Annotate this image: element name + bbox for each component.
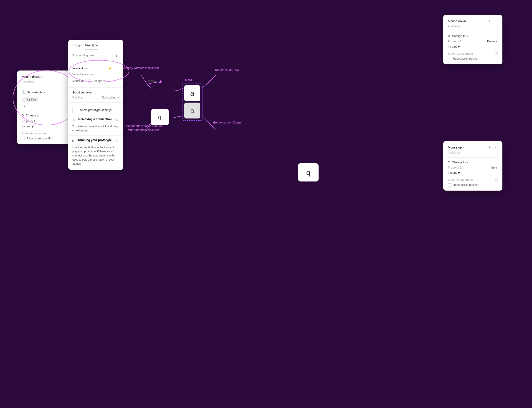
interaction-remove-button[interactable]: − <box>117 79 119 83</box>
right-bottom-add-button[interactable]: + <box>487 145 492 150</box>
interaction-row: Mouse do... ○ Change to... − <box>72 78 119 84</box>
variable-chip[interactable]: T lastKey <box>22 97 38 102</box>
left-panel-title: Mouse down <box>22 75 40 79</box>
right-bottom-add-delay[interactable]: Add delay <box>448 151 498 154</box>
mobile-component-label: ✦ mobil... <box>182 78 203 82</box>
interaction-left: Mouse do... ○ Change to... <box>72 79 107 83</box>
right-bottom-change-to-header: ⟳ Change to ∨ <box>448 160 498 164</box>
removing-connection-close-button[interactable]: × <box>115 118 119 122</box>
right-bottom-info-icon[interactable]: ⓘ <box>495 178 498 182</box>
btn-variant-down-text: Button variant "Down" <box>213 121 242 124</box>
right-top-info-icon[interactable]: ⓘ <box>495 51 498 55</box>
right-top-instant-row: Instant ∨ <box>448 44 498 49</box>
left-panel-chevron-icon: ∨ <box>41 76 43 78</box>
interactions-actions: ⚡ + <box>107 66 119 71</box>
right-bottom-state-management-label: State management <box>448 178 473 181</box>
scroll-behavior-section: Scroll behavior Overflow No scrolling ∨ <box>68 88 123 102</box>
reset-scroll-checkbox[interactable] <box>22 137 25 140</box>
right-bottom-close-button[interactable]: × <box>493 145 498 150</box>
interactions-lightning-button[interactable]: ⚡ <box>107 66 113 71</box>
running-prototype-header: ▷ Running your prototype × <box>72 138 119 143</box>
variant-interactions-label: Variant interactions <box>72 73 119 76</box>
right-bottom-change-to-section: ⟳ Change to ∨ Property 1 Up ∨ Instant ∨ … <box>448 160 498 187</box>
right-top-state-management-row: State management ⓘ <box>448 51 498 55</box>
right-bottom-property-value-dropdown[interactable]: Up ∨ <box>491 166 498 169</box>
show-prototype-settings-button[interactable]: Show prototype settings <box>72 106 119 114</box>
interactions-add-button[interactable]: + <box>115 66 119 70</box>
right-top-header-left: Mouse down ∨ <box>448 19 469 23</box>
right-top-property-value-dropdown[interactable]: Down ∨ <box>487 40 498 43</box>
right-top-instant-chevron: ∨ <box>458 44 460 49</box>
mobile-button-up: a <box>184 85 200 101</box>
right-top-panel-title: Mouse down <box>448 19 466 23</box>
right-top-change-to-chevron: ∨ <box>467 35 469 37</box>
right-top-add-delay[interactable]: Add delay <box>448 25 498 28</box>
change-to-text: Change to <box>26 114 39 117</box>
right-bottom-change-to-label: ⟳ Change to ∨ <box>448 160 469 164</box>
flow-starting-point-section: Flow starting point + <box>68 50 123 62</box>
removing-connection-body: To delete a connection, click and drag o… <box>72 124 119 133</box>
tab-design[interactable]: Design <box>72 43 81 50</box>
no-scrolling-chevron: ∨ <box>117 96 119 99</box>
component-variable-text: Component variable with key letter manua… <box>124 124 163 132</box>
tab-prototype[interactable]: Prototype <box>85 43 98 50</box>
interaction-action: Change to... <box>93 79 107 83</box>
right-top-property-name: Property 1 <box>448 40 462 43</box>
interaction-trigger: Mouse do... <box>72 79 87 83</box>
btn-up-value: a <box>190 89 194 98</box>
right-bottom-change-to-text: Change to <box>452 161 465 164</box>
right-top-add-button[interactable]: + <box>487 19 492 23</box>
overflow-label: Overflow <box>72 96 83 99</box>
right-top-reset-scroll-checkbox[interactable] <box>448 57 451 60</box>
mobile-inner-container: a a <box>182 83 203 121</box>
right-top-change-to-label: ⟳ Change to ∨ <box>448 34 469 38</box>
refresh-icon: ⟳ <box>22 113 24 117</box>
running-prototype-body: Use the play button in the toolbar to pl… <box>72 145 119 166</box>
tabs-row: Design Prototype <box>68 40 123 50</box>
lastkey-text-label: lastKey <box>147 79 157 83</box>
right-top-change-to-header: ⟳ Change to ∨ <box>448 34 498 38</box>
right-bottom-change-to-chevron: ∨ <box>467 161 469 163</box>
type-icon: T <box>24 98 26 101</box>
flow-starting-point-row: Flow starting point + <box>72 53 119 59</box>
right-top-panel-header: Mouse down ∨ + × <box>448 19 498 23</box>
right-top-panel: Mouse down ∨ + × Add delay ⟳ Change to ∨… <box>443 15 502 64</box>
sparkle-icon: ✦ <box>182 78 184 82</box>
no-scrolling-value: No scrolling <box>102 96 116 99</box>
no-scrolling-dropdown[interactable]: No scrolling ∨ <box>102 96 119 99</box>
change-to-label: ⟳ Change to ∨ <box>22 113 42 117</box>
flow-add-button[interactable]: + <box>114 53 119 59</box>
right-top-property-row: Property 1 Down ∨ <box>448 40 498 43</box>
right-top-instant-label[interactable]: Instant <box>448 45 457 48</box>
lastkey-updated-annotation: lastKey variable is updated <box>123 66 159 70</box>
right-bottom-state-management-row: State management ⓘ <box>448 178 498 182</box>
state-management-label: State management <box>22 132 47 135</box>
flow-starting-point-label: Flow starting point <box>72 54 94 57</box>
right-bottom-property-value-text: Up <box>491 166 495 169</box>
lastkey-label-area: lastKey q <box>147 79 157 84</box>
middle-panel: Design Prototype Flow starting point + I… <box>68 40 123 170</box>
right-top-close-button[interactable]: × <box>493 19 498 23</box>
change-to-chevron-icon: ∨ <box>41 114 42 117</box>
right-bottom-property-name: Property 1 <box>448 166 462 169</box>
clock-icon: 🕐 <box>22 90 26 94</box>
right-bottom-chevron-icon: ∨ <box>463 146 465 149</box>
instant-label[interactable]: Instant <box>22 125 31 128</box>
interactions-section: Interactions ⚡ + Variant interactions Mo… <box>68 62 123 88</box>
scroll-behavior-title: Scroll behavior <box>72 91 119 94</box>
right-bottom-instant-label[interactable]: Instant <box>448 171 457 174</box>
right-top-reset-scroll-row: Reset scroll position <box>448 57 498 60</box>
scroll-row: Overflow No scrolling ∨ <box>72 96 119 99</box>
right-bottom-header-left: Mouse up ∨ <box>448 145 465 149</box>
right-bottom-reset-scroll-row: Reset scroll position <box>448 183 498 187</box>
right-top-property-value-text: Down <box>487 40 495 43</box>
running-prototype-section: ▷ Running your prototype × Use the play … <box>68 135 123 170</box>
interaction-circle-icon: ○ <box>88 79 91 83</box>
right-bottom-reset-scroll-checkbox[interactable] <box>448 183 451 187</box>
removing-connection-header: ⤫ Removing a connection × <box>72 117 119 122</box>
right-bottom-value-chevron: ∨ <box>496 166 498 169</box>
running-prototype-close-button[interactable]: × <box>115 138 119 143</box>
property-name: Property 1 <box>22 119 35 123</box>
right-bottom-property-row: Property 1 Up ∨ <box>448 166 498 169</box>
instant-chevron: ∨ <box>31 124 34 128</box>
